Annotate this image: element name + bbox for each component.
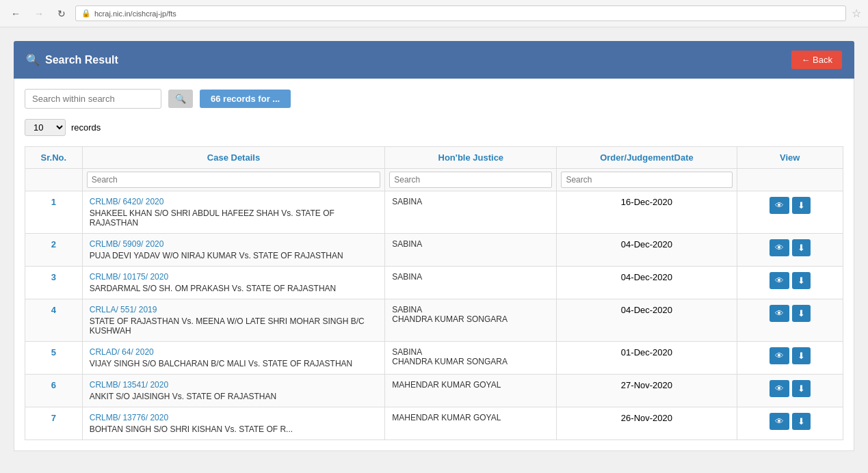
case-number: CRLMB/ 13541/ 2020 bbox=[90, 380, 378, 390]
case-parties: ANKIT S/O JAISINGH Vs. STATE OF RAJASTHA… bbox=[90, 392, 378, 401]
date-cell: 27-Nov-2020 bbox=[557, 375, 737, 407]
download-button[interactable]: ⬇ bbox=[792, 347, 811, 364]
address-bar: 🔒 hcraj.nic.in/cishcraj-jp/fts bbox=[75, 5, 846, 21]
justice-name: SABINA bbox=[392, 272, 549, 282]
view-eye-button[interactable]: 👁 bbox=[770, 239, 789, 256]
case-search-th bbox=[82, 169, 385, 191]
sr-cell: 2 bbox=[25, 234, 83, 267]
view-cell: 👁⬇ bbox=[737, 342, 843, 375]
view-eye-button[interactable]: 👁 bbox=[770, 197, 789, 214]
view-eye-button[interactable]: 👁 bbox=[770, 272, 789, 289]
view-cell: 👁⬇ bbox=[737, 299, 843, 342]
url-text: hcraj.nic.in/cishcraj-jp/fts bbox=[94, 10, 176, 18]
view-eye-button[interactable]: 👁 bbox=[770, 305, 789, 322]
case-parties: STATE OF RAJASTHAN Vs. MEENA W/O LATE SH… bbox=[90, 316, 378, 336]
table-body: 1CRLMB/ 6420/ 2020SHAKEEL KHAN S/O SHRI … bbox=[25, 191, 843, 440]
view-cell: 👁⬇ bbox=[737, 267, 843, 299]
view-eye-button[interactable]: 👁 bbox=[770, 413, 789, 430]
case-search-input[interactable] bbox=[87, 172, 381, 188]
table-row: 7CRLMB/ 13776/ 2020BOHTAN SINGH S/O SHRI… bbox=[25, 407, 843, 440]
case-cell: CRLMB/ 13776/ 2020BOHTAN SINGH S/O SHRI … bbox=[82, 407, 385, 440]
sr-cell: 7 bbox=[25, 407, 83, 440]
view-eye-button[interactable]: 👁 bbox=[770, 380, 789, 397]
per-page-label: records bbox=[71, 122, 101, 133]
date-cell: 16-Dec-2020 bbox=[557, 191, 737, 234]
download-button[interactable]: ⬇ bbox=[792, 305, 811, 322]
back-browser-btn[interactable]: ← bbox=[7, 7, 25, 21]
view-cell: 👁⬇ bbox=[737, 234, 843, 267]
date-cell: 04-Dec-2020 bbox=[557, 299, 737, 342]
case-cell: CRLLA/ 551/ 2019STATE OF RAJASTHAN Vs. M… bbox=[82, 299, 385, 342]
date-search-input[interactable] bbox=[561, 172, 732, 188]
col-view: View bbox=[737, 147, 843, 169]
table-search-row bbox=[25, 169, 843, 191]
case-parties: PUJA DEVI YADAV W/O NIRAJ KUMAR Vs. STAT… bbox=[90, 251, 378, 260]
download-button[interactable]: ⬇ bbox=[792, 413, 811, 430]
results-table: Sr.No. Case Details Hon'ble Justice Orde… bbox=[25, 146, 843, 440]
search-within-input[interactable] bbox=[25, 89, 161, 109]
col-case: Case Details bbox=[82, 147, 385, 169]
view-eye-button[interactable]: 👁 bbox=[770, 347, 789, 364]
case-number: CRLMB/ 6420/ 2020 bbox=[90, 197, 378, 206]
search-icon: 🔍 bbox=[26, 53, 40, 66]
case-cell: CRLMB/ 10175/ 2020SARDARMAL S/O SH. OM P… bbox=[82, 267, 385, 299]
col-sr: Sr.No. bbox=[25, 147, 83, 169]
records-badge: 66 records for ... bbox=[200, 90, 291, 108]
download-button[interactable]: ⬇ bbox=[792, 272, 811, 289]
justice-name: SABINA CHANDRA KUMAR SONGARA bbox=[392, 347, 549, 366]
sr-cell: 1 bbox=[25, 191, 83, 234]
download-button[interactable]: ⬇ bbox=[792, 197, 811, 214]
date-cell: 04-Dec-2020 bbox=[557, 234, 737, 267]
refresh-btn[interactable]: ↻ bbox=[53, 7, 70, 21]
back-button[interactable]: ← Back bbox=[791, 51, 842, 69]
justice-name: SABINA bbox=[392, 239, 549, 249]
case-number: CRLMB/ 5909/ 2020 bbox=[90, 239, 378, 249]
download-button[interactable]: ⬇ bbox=[792, 380, 811, 397]
view-search-empty bbox=[737, 169, 843, 191]
sr-cell: 4 bbox=[25, 299, 83, 342]
sr-cell: 3 bbox=[25, 267, 83, 299]
case-parties: SHAKEEL KHAN S/O SHRI ABDUL HAFEEZ SHAH … bbox=[90, 208, 378, 228]
bookmark-btn[interactable]: ☆ bbox=[852, 7, 861, 20]
date-cell: 04-Dec-2020 bbox=[557, 267, 737, 299]
forward-browser-btn[interactable]: → bbox=[30, 7, 48, 21]
date-cell: 26-Nov-2020 bbox=[557, 407, 737, 440]
header-bar: 🔍 Search Result ← Back bbox=[14, 41, 854, 79]
view-cell: 👁⬇ bbox=[737, 191, 843, 234]
view-cell: 👁⬇ bbox=[737, 375, 843, 407]
table-row: 5CRLAD/ 64/ 2020VIJAY SINGH S/O BALCHARA… bbox=[25, 342, 843, 375]
table-row: 1CRLMB/ 6420/ 2020SHAKEEL KHAN S/O SHRI … bbox=[25, 191, 843, 234]
search-within-row: 🔍 66 records for ... bbox=[25, 89, 843, 109]
case-parties: SARDARMAL S/O SH. OM PRAKASH Vs. STATE O… bbox=[90, 284, 378, 293]
table-row: 3CRLMB/ 10175/ 2020SARDARMAL S/O SH. OM … bbox=[25, 267, 843, 299]
browser-bar: ← → ↻ 🔒 hcraj.nic.in/cishcraj-jp/fts ☆ bbox=[0, 0, 868, 27]
justice-name: SABINA bbox=[392, 197, 549, 206]
download-button[interactable]: ⬇ bbox=[792, 239, 811, 256]
case-parties: VIJAY SINGH S/O BALCHARAN B/C MALI Vs. S… bbox=[90, 359, 378, 368]
sr-cell: 5 bbox=[25, 342, 83, 375]
lock-icon: 🔒 bbox=[81, 9, 91, 18]
case-number: CRLLA/ 551/ 2019 bbox=[90, 305, 378, 314]
justice-cell: MAHENDAR KUMAR GOYAL bbox=[385, 407, 557, 440]
justice-cell: MAHENDAR KUMAR GOYAL bbox=[385, 375, 557, 407]
table-header-row: Sr.No. Case Details Hon'ble Justice Orde… bbox=[25, 147, 843, 169]
col-justice: Hon'ble Justice bbox=[385, 147, 557, 169]
case-number: CRLMB/ 10175/ 2020 bbox=[90, 272, 378, 282]
date-search-th bbox=[557, 169, 737, 191]
sr-search-empty bbox=[25, 169, 83, 191]
justice-cell: SABINA bbox=[385, 267, 557, 299]
justice-name: MAHENDAR KUMAR GOYAL bbox=[392, 380, 549, 390]
justice-name: MAHENDAR KUMAR GOYAL bbox=[392, 413, 549, 422]
per-page-select[interactable]: 10 25 50 100 bbox=[25, 119, 66, 136]
table-row: 6CRLMB/ 13541/ 2020ANKIT S/O JAISINGH Vs… bbox=[25, 375, 843, 407]
justice-cell: SABINA bbox=[385, 234, 557, 267]
case-cell: CRLMB/ 13541/ 2020ANKIT S/O JAISINGH Vs.… bbox=[82, 375, 385, 407]
justice-search-input[interactable] bbox=[389, 172, 552, 188]
search-within-button[interactable]: 🔍 bbox=[168, 90, 193, 108]
justice-cell: SABINA CHANDRA KUMAR SONGARA bbox=[385, 342, 557, 375]
table-row: 2CRLMB/ 5909/ 2020PUJA DEVI YADAV W/O NI… bbox=[25, 234, 843, 267]
justice-name: SABINA CHANDRA KUMAR SONGARA bbox=[392, 305, 549, 324]
table-row: 4CRLLA/ 551/ 2019STATE OF RAJASTHAN Vs. … bbox=[25, 299, 843, 342]
date-cell: 01-Dec-2020 bbox=[557, 342, 737, 375]
justice-search-th bbox=[385, 169, 557, 191]
